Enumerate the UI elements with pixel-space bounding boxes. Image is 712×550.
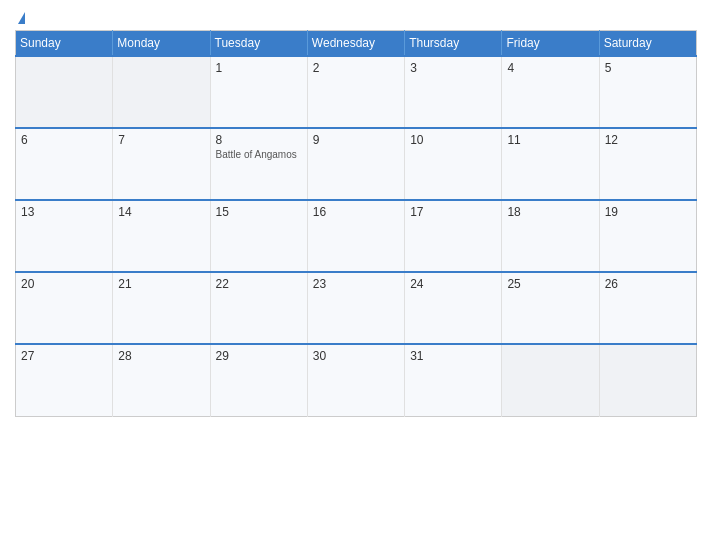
weekday-row: SundayMondayTuesdayWednesdayThursdayFrid… bbox=[16, 31, 697, 57]
header bbox=[15, 10, 697, 24]
calendar-day-cell: 4 bbox=[502, 56, 599, 128]
calendar-header: SundayMondayTuesdayWednesdayThursdayFrid… bbox=[16, 31, 697, 57]
calendar-week-row: 20212223242526 bbox=[16, 272, 697, 344]
day-number: 23 bbox=[313, 277, 399, 291]
weekday-header: Saturday bbox=[599, 31, 696, 57]
weekday-header: Sunday bbox=[16, 31, 113, 57]
calendar-day-cell: 21 bbox=[113, 272, 210, 344]
calendar-day-cell: 28 bbox=[113, 344, 210, 416]
day-number: 21 bbox=[118, 277, 204, 291]
calendar-page: SundayMondayTuesdayWednesdayThursdayFrid… bbox=[0, 0, 712, 550]
day-number: 18 bbox=[507, 205, 593, 219]
calendar-day-cell: 20 bbox=[16, 272, 113, 344]
calendar-day-cell: 7 bbox=[113, 128, 210, 200]
day-number: 22 bbox=[216, 277, 302, 291]
day-number: 11 bbox=[507, 133, 593, 147]
day-number: 1 bbox=[216, 61, 302, 75]
day-number: 16 bbox=[313, 205, 399, 219]
calendar-day-cell bbox=[16, 56, 113, 128]
calendar-day-cell bbox=[113, 56, 210, 128]
calendar-day-cell: 25 bbox=[502, 272, 599, 344]
calendar-day-cell: 8Battle of Angamos bbox=[210, 128, 307, 200]
day-number: 29 bbox=[216, 349, 302, 363]
calendar-day-cell: 11 bbox=[502, 128, 599, 200]
calendar-day-cell: 1 bbox=[210, 56, 307, 128]
calendar-day-cell: 23 bbox=[307, 272, 404, 344]
day-number: 15 bbox=[216, 205, 302, 219]
day-number: 10 bbox=[410, 133, 496, 147]
day-number: 4 bbox=[507, 61, 593, 75]
calendar-day-cell: 24 bbox=[405, 272, 502, 344]
day-number: 31 bbox=[410, 349, 496, 363]
weekday-header: Monday bbox=[113, 31, 210, 57]
calendar-day-cell: 2 bbox=[307, 56, 404, 128]
day-number: 8 bbox=[216, 133, 302, 147]
logo-text bbox=[15, 10, 25, 24]
calendar-day-cell: 19 bbox=[599, 200, 696, 272]
calendar-day-cell: 29 bbox=[210, 344, 307, 416]
day-number: 13 bbox=[21, 205, 107, 219]
day-number: 6 bbox=[21, 133, 107, 147]
day-number: 14 bbox=[118, 205, 204, 219]
logo bbox=[15, 10, 25, 24]
day-number: 3 bbox=[410, 61, 496, 75]
event-label: Battle of Angamos bbox=[216, 149, 302, 160]
weekday-header: Tuesday bbox=[210, 31, 307, 57]
day-number: 19 bbox=[605, 205, 691, 219]
calendar-day-cell: 30 bbox=[307, 344, 404, 416]
day-number: 26 bbox=[605, 277, 691, 291]
day-number: 25 bbox=[507, 277, 593, 291]
day-number: 24 bbox=[410, 277, 496, 291]
calendar-day-cell: 27 bbox=[16, 344, 113, 416]
day-number: 5 bbox=[605, 61, 691, 75]
calendar-week-row: 2728293031 bbox=[16, 344, 697, 416]
day-number: 12 bbox=[605, 133, 691, 147]
calendar-day-cell bbox=[599, 344, 696, 416]
logo-blue bbox=[15, 10, 25, 24]
calendar-week-row: 678Battle of Angamos9101112 bbox=[16, 128, 697, 200]
day-number: 28 bbox=[118, 349, 204, 363]
calendar-body: 12345678Battle of Angamos910111213141516… bbox=[16, 56, 697, 416]
logo-triangle-icon bbox=[18, 12, 25, 24]
day-number: 30 bbox=[313, 349, 399, 363]
day-number: 20 bbox=[21, 277, 107, 291]
day-number: 2 bbox=[313, 61, 399, 75]
calendar-day-cell: 22 bbox=[210, 272, 307, 344]
calendar-day-cell: 14 bbox=[113, 200, 210, 272]
calendar-week-row: 13141516171819 bbox=[16, 200, 697, 272]
calendar-day-cell: 10 bbox=[405, 128, 502, 200]
weekday-header: Friday bbox=[502, 31, 599, 57]
calendar-day-cell: 17 bbox=[405, 200, 502, 272]
calendar-day-cell bbox=[502, 344, 599, 416]
calendar-day-cell: 18 bbox=[502, 200, 599, 272]
calendar-day-cell: 26 bbox=[599, 272, 696, 344]
day-number: 7 bbox=[118, 133, 204, 147]
calendar-day-cell: 12 bbox=[599, 128, 696, 200]
calendar-table: SundayMondayTuesdayWednesdayThursdayFrid… bbox=[15, 30, 697, 417]
day-number: 17 bbox=[410, 205, 496, 219]
calendar-day-cell: 9 bbox=[307, 128, 404, 200]
calendar-day-cell: 5 bbox=[599, 56, 696, 128]
calendar-day-cell: 3 bbox=[405, 56, 502, 128]
day-number: 9 bbox=[313, 133, 399, 147]
weekday-header: Wednesday bbox=[307, 31, 404, 57]
calendar-day-cell: 6 bbox=[16, 128, 113, 200]
weekday-header: Thursday bbox=[405, 31, 502, 57]
calendar-day-cell: 16 bbox=[307, 200, 404, 272]
day-number: 27 bbox=[21, 349, 107, 363]
calendar-day-cell: 13 bbox=[16, 200, 113, 272]
calendar-day-cell: 15 bbox=[210, 200, 307, 272]
calendar-day-cell: 31 bbox=[405, 344, 502, 416]
calendar-week-row: 12345 bbox=[16, 56, 697, 128]
